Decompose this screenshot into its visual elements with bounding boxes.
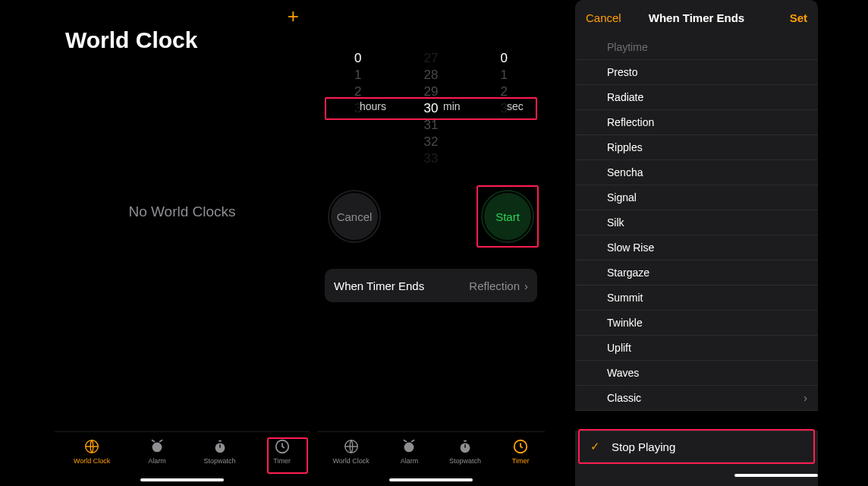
chevron-right-icon: › (804, 392, 807, 404)
stopwatch-icon (457, 438, 473, 455)
svg-point-1 (152, 443, 162, 453)
tab-bar: World Clock Alarm Stopwatch Timer (55, 431, 310, 486)
tab-timer[interactable]: Timer (512, 438, 530, 465)
alarm-icon (149, 438, 165, 455)
when-ends-label: When Timer Ends (334, 279, 424, 292)
list-item-classic[interactable]: Classic › (575, 386, 818, 411)
tab-label: Stopwatch (449, 457, 481, 465)
home-indicator[interactable] (140, 478, 224, 481)
time-picker[interactable]: 0 1 2 3 27 28 29 30 31 32 33 0 1 2 3 hou… (323, 46, 539, 167)
tab-stopwatch[interactable]: Stopwatch (449, 438, 481, 465)
svg-rect-3 (219, 440, 222, 442)
nav-bar: + (55, 0, 310, 23)
world-clock-screen: + World Clock No World Clocks World Cloc… (55, 0, 310, 486)
svg-point-6 (404, 443, 414, 453)
tab-label: Timer (273, 457, 291, 465)
list-item[interactable]: Summit (575, 286, 818, 311)
stop-playing-row[interactable]: ✓ Stop Playing (580, 431, 813, 462)
timer-icon (512, 438, 529, 455)
sound-list[interactable]: Playtime Presto Radiate Reflection Rippl… (575, 35, 818, 469)
tab-label: Timer (512, 457, 530, 465)
set-button[interactable]: Set (790, 11, 807, 24)
tab-timer[interactable]: Timer (273, 438, 291, 465)
list-item[interactable]: Presto (575, 60, 818, 85)
when-ends-value: Reflection (469, 279, 520, 292)
list-item[interactable]: Sencha (575, 160, 818, 185)
when-timer-ends-screen: Cancel When Timer Ends Set Playtime Pres… (575, 0, 818, 486)
list-item[interactable]: Waves (575, 361, 818, 386)
tab-label: World Clock (332, 457, 369, 465)
list-item[interactable]: Signal (575, 185, 818, 210)
tab-label: Alarm (148, 457, 166, 465)
start-button[interactable]: Start (481, 190, 534, 243)
tab-bar: World Clock Alarm Stopwatch Timer (317, 431, 545, 486)
tab-alarm[interactable]: Alarm (148, 438, 166, 465)
timer-screen: 0 1 2 3 27 28 29 30 31 32 33 0 1 2 3 hou… (317, 0, 545, 486)
tab-world-clock[interactable]: World Clock (332, 438, 369, 465)
chevron-right-icon: › (524, 279, 528, 292)
list-item[interactable]: Twinkle (575, 311, 818, 336)
list-item[interactable]: Slow Rise (575, 235, 818, 260)
timer-buttons: Cancel Start (317, 167, 545, 243)
list-item[interactable]: Ripples (575, 135, 818, 160)
globe-icon (83, 438, 100, 455)
home-indicator[interactable] (389, 478, 473, 481)
list-item[interactable]: Stargaze (575, 260, 818, 286)
tab-label: World Clock (74, 457, 110, 465)
list-item[interactable]: Uplift (575, 336, 818, 361)
home-indicator[interactable] (734, 474, 818, 477)
tab-stopwatch[interactable]: Stopwatch (203, 438, 235, 465)
sheet-header: Cancel When Timer Ends Set (575, 0, 818, 35)
alarm-icon (401, 438, 417, 455)
tab-label: Stopwatch (203, 457, 235, 465)
when-timer-ends-row[interactable]: When Timer Ends Reflection › (325, 269, 537, 302)
list-item[interactable]: Reflection (575, 110, 818, 135)
list-item[interactable]: Silk (575, 210, 818, 235)
globe-icon (343, 438, 360, 455)
cancel-button[interactable]: Cancel (586, 11, 621, 24)
svg-rect-8 (464, 440, 467, 442)
timer-icon (274, 438, 291, 455)
stopwatch-icon (212, 438, 228, 455)
sheet: Cancel When Timer Ends Set Playtime Pres… (575, 0, 818, 486)
highlight-picker-row (325, 97, 537, 120)
tab-label: Alarm (401, 457, 419, 465)
tab-world-clock[interactable]: World Clock (74, 438, 110, 465)
checkmark-icon: ✓ (590, 440, 600, 453)
cancel-button[interactable]: Cancel (328, 190, 381, 243)
list-item[interactable]: Radiate (575, 85, 818, 110)
tab-alarm[interactable]: Alarm (401, 438, 419, 465)
empty-state-text: No World Clocks (55, 23, 310, 401)
list-item[interactable]: Playtime (575, 35, 818, 60)
